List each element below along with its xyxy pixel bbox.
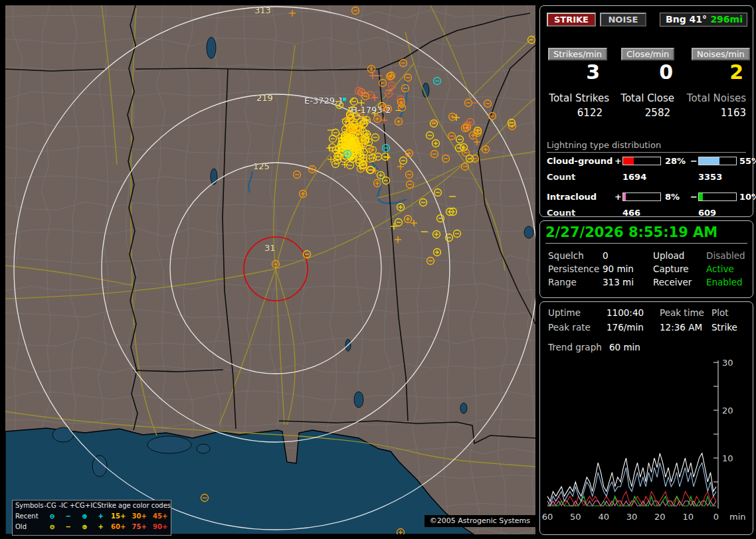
legend-row-recent: Recent⊖−⊕+15+30+45+: [13, 511, 171, 522]
legend-age-code: 30+: [129, 511, 150, 522]
strikes-per-min-button[interactable]: Strikes/min: [548, 48, 607, 60]
uptime-row: Peak rate176/min12:36 AMStrike: [548, 322, 747, 334]
bearing-distance: 296mi: [710, 13, 747, 26]
legend-symbol: ⊕: [76, 522, 94, 532]
ic-plus-count: 466: [622, 208, 640, 218]
legend-age-code: 15+: [108, 511, 129, 522]
ic-minus-bar: [698, 193, 737, 201]
legend-symbol: −: [60, 511, 76, 522]
status-value: 313 mi: [603, 277, 634, 287]
lake: [460, 403, 467, 414]
ring-distance-label: 313: [254, 5, 271, 15]
trend-panel: Uptime1100:40Peak timePlotPeak rate176/m…: [539, 301, 753, 535]
minus-sign: −: [690, 156, 698, 166]
legend-age-code: 75+: [129, 522, 150, 532]
station-marker: ✓: [348, 96, 355, 106]
intracloud-label: Intracloud: [547, 192, 597, 202]
trend-graph-row: Trend graph 60 min: [548, 342, 747, 354]
plus-sign: +: [614, 156, 622, 166]
x-axis-unit: min: [729, 512, 746, 522]
map-canvas: 31321912531E-3729-1✓H-1793-2−: [5, 5, 535, 534]
legend-symbol: ⊕: [76, 511, 94, 522]
lake: [147, 436, 191, 453]
total-strikes-value: 6122: [529, 107, 603, 119]
noise-button[interactable]: NOISE: [600, 13, 646, 27]
station-label: H-1793-2: [351, 105, 391, 115]
strike-button[interactable]: STRIKE: [547, 13, 596, 27]
trend-series: [547, 453, 716, 501]
station-dot: [343, 98, 346, 101]
cloud-ground-row: Cloud-ground + 28% − 55%: [547, 156, 749, 167]
legend-col-neg-ic: -IC: [57, 501, 70, 511]
legend-symbol: +: [94, 522, 108, 532]
status-value: Active: [706, 264, 734, 274]
trend-series: [547, 491, 716, 506]
x-tick-label: 50: [570, 512, 581, 522]
legend-col-pos-ic: +IC: [85, 501, 97, 511]
legend-col-neg-cg: -CG: [43, 501, 56, 511]
legend-row-old: Old⊖−⊕+60+75+90+: [13, 522, 171, 532]
ring-distance-label: 219: [256, 93, 273, 103]
plus-sign: +: [614, 192, 622, 202]
trend-series: [547, 463, 716, 506]
legend-symbol: −: [60, 522, 76, 532]
datetime-display: 2/27/2026 8:55:19 AM: [545, 224, 747, 244]
copyright-bar: ©2005 Astrogenic Systems: [425, 515, 535, 527]
legend-col-pos-cg: +CG: [70, 501, 85, 511]
bearing-readout: Bng 41° 296mi: [660, 13, 747, 27]
ic-minus-count: 609: [698, 208, 716, 218]
strike-map[interactable]: 31321912531E-3729-1✓H-1793-2− Symbols -C…: [5, 5, 535, 534]
lake: [52, 427, 74, 442]
legend-age-code: 90+: [149, 522, 171, 532]
trend-graph-value: 60 min: [609, 342, 640, 352]
distribution-title: Lightning type distribution: [547, 140, 746, 153]
counters-panel: STRIKE NOISE Bng 41° 296mi Strikes/min C…: [539, 5, 753, 217]
legend-age-code: 60+: [108, 522, 129, 532]
status-label: Receiver: [653, 277, 692, 287]
cloud-ground-count-row: Count 1694 3353: [547, 172, 749, 183]
x-tick-label: 20: [654, 512, 666, 522]
legend-age-code: 45+: [149, 511, 171, 522]
legend-symbols-header: Symbols: [13, 501, 43, 511]
legend-symbol: ⊖: [44, 511, 60, 522]
ic-plus-bar: [622, 193, 661, 201]
ic-minus-pct: 10%: [739, 192, 756, 202]
uptime-row: Uptime1100:40Peak timePlot: [548, 307, 747, 319]
status-row-squelch: Squelch0UploadDisabled: [548, 250, 747, 262]
minus-sign: −: [690, 192, 698, 202]
bearing-label: Bng 41°: [660, 14, 707, 25]
legend-symbol: ⊖: [44, 522, 60, 532]
total-noises-value: 1163: [673, 107, 746, 119]
x-tick-label: 60: [542, 512, 553, 522]
x-tick-label: 40: [598, 512, 609, 522]
lake: [207, 37, 216, 58]
noises-per-min-button[interactable]: Noises/min: [692, 48, 750, 60]
status-label: Persistence: [548, 264, 599, 274]
cg-plus-count: 1694: [622, 172, 646, 182]
cg-plus-pct: 28%: [665, 156, 686, 166]
count-label: Count: [547, 208, 575, 218]
ic-plus-pct: 8%: [665, 192, 680, 202]
legend-age-header: Strike age color codes: [97, 501, 171, 511]
close-per-min-button[interactable]: Close/min: [621, 48, 674, 60]
lake: [197, 444, 210, 453]
trend-graph-label: Trend graph: [548, 342, 602, 352]
strikes-per-min-value: 3: [540, 60, 600, 84]
x-tick-label: 0: [713, 512, 719, 522]
total-close-value: 2582: [597, 107, 670, 119]
status-row-persistence: Persistence90 minCaptureActive: [548, 264, 747, 275]
status-value: 90 min: [603, 264, 634, 274]
status-value: Disabled: [706, 250, 745, 261]
ring-distance-label: 125: [253, 161, 270, 171]
station-label: E-3729-1: [304, 96, 343, 106]
status-label: Upload: [653, 250, 684, 261]
intracloud-count-row: Count 466 609: [547, 208, 749, 218]
count-label: Count: [547, 172, 575, 182]
total-strikes-label: Total Strikes: [536, 92, 609, 104]
lake: [354, 392, 363, 408]
status-panel: 2/27/2026 8:55:19 AM Squelch0UploadDisab…: [539, 220, 753, 298]
legend-header-row: Symbols -CG -IC +CG +IC Strike age color…: [13, 501, 171, 511]
total-close-label: Total Close: [601, 92, 674, 104]
cloud-ground-label: Cloud-ground: [547, 156, 613, 166]
status-value: Enabled: [706, 277, 743, 287]
